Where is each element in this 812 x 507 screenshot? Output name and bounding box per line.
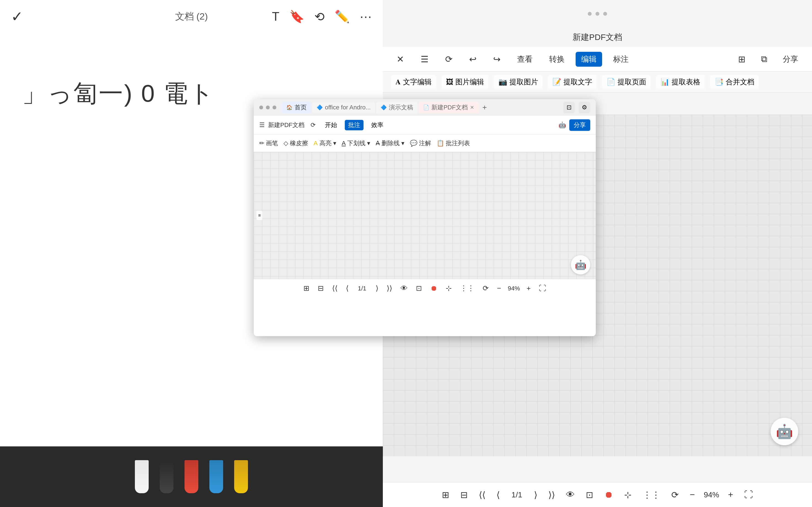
prev-page-button[interactable]: ⟨ [494, 488, 502, 502]
extract-page-icon: 📄 [607, 78, 615, 86]
inner-rotate-button[interactable]: ⟳ [481, 282, 491, 294]
rotate-button[interactable]: ⟳ [669, 488, 681, 502]
reflow-button[interactable]: ⋮⋮ [641, 488, 662, 502]
inner-tab-home[interactable]: 🏠 首页 [282, 102, 311, 113]
merge-doc-button[interactable]: 📑 合并文档 [710, 75, 759, 89]
zoom-out-button[interactable]: − [688, 488, 697, 502]
right-dot-2 [596, 12, 599, 16]
inner-annot-list-button[interactable]: 📋 批注列表 [437, 139, 470, 148]
edit-mode-tab[interactable]: 编辑 [576, 52, 602, 67]
inner-last-page-button[interactable]: ⟩⟩ [385, 282, 394, 294]
fullscreen-button[interactable]: ⛶ [742, 488, 755, 502]
pdf-tab-close[interactable]: ✕ [470, 104, 474, 111]
inner-fullscreen-button[interactable]: ⛶ [537, 282, 548, 294]
text-format-button[interactable]: T [272, 10, 280, 23]
right-dots [588, 12, 607, 16]
extract-text-button[interactable]: 📝 提取文字 [548, 75, 597, 89]
inner-start-tab[interactable]: 开始 [321, 120, 340, 130]
annotate-mode-tab[interactable]: 标注 [608, 51, 634, 67]
image-edit-button[interactable]: 🖼 图片编辑 [442, 75, 489, 89]
zoom-level: 94% [704, 491, 719, 499]
inner-strikethrough-button[interactable]: A̶ 删除线 ▾ [376, 139, 404, 148]
inner-eraser-button[interactable]: ◇ 橡皮擦 [284, 139, 308, 148]
more-button[interactable]: ⋯ [360, 10, 372, 24]
inner-underline-button[interactable]: A 下划线 ▾ [342, 139, 370, 148]
inner-next-page-button[interactable]: ⟩ [374, 282, 380, 294]
inner-efficiency-tab[interactable]: 效率 [368, 120, 387, 130]
two-page-button[interactable]: ⧉ [755, 51, 773, 67]
inner-ai-assistant-button[interactable]: 🤖 [571, 255, 590, 274]
inner-annot-toolbar: ✏ 画笔 ◇ 橡皮擦 A 高亮 ▾ A 下划线 ▾ A̶ 删除线 ▾ 💬 注解 … [254, 134, 596, 152]
inner-share-button[interactable]: 分享 [569, 119, 590, 131]
inner-first-page-button[interactable]: ⟨⟨ [331, 282, 339, 294]
inner-record-button[interactable]: ⏺ [428, 282, 439, 294]
inner-highlight-button[interactable]: A 高亮 ▾ [314, 139, 336, 148]
select-button[interactable]: ⊹ [622, 488, 634, 502]
blue-pen[interactable] [209, 460, 223, 493]
close-button[interactable]: ✕ [391, 51, 410, 67]
highlight-dropdown[interactable]: ▾ [333, 140, 336, 147]
convert-mode-tab[interactable]: 转换 [544, 51, 570, 67]
inner-sync-button[interactable]: ⟳ [311, 121, 315, 129]
lasso-button[interactable]: ⟲ [314, 10, 325, 24]
zoom-in-button[interactable]: + [726, 488, 735, 502]
inner-menu-button[interactable]: ☰ [259, 121, 265, 129]
extract-table-icon: 📊 [661, 78, 669, 86]
undo-button[interactable]: ↩ [464, 51, 482, 67]
inner-dot-2 [266, 106, 270, 109]
eye-button[interactable]: 👁 [564, 488, 577, 502]
image-edit-icon: 🖼 [446, 78, 453, 86]
redo-button[interactable]: ↪ [488, 51, 506, 67]
inner-eye-button[interactable]: 👁 [399, 282, 409, 294]
bookmark-button[interactable]: 🔖 [289, 9, 305, 24]
next-page-button[interactable]: ⟩ [532, 488, 540, 502]
strikethrough-dropdown[interactable]: ▾ [401, 140, 404, 147]
red-pen[interactable] [185, 460, 198, 493]
inner-columns-button[interactable]: ⋮⋮ [458, 282, 476, 294]
first-page-button[interactable]: ⟨⟨ [476, 488, 488, 502]
inner-annotate-tab[interactable]: 批注 [345, 120, 363, 130]
inner-thumbnail-button[interactable]: ⊟ [316, 282, 325, 294]
extract-page-button[interactable]: 📄 提取页面 [602, 75, 651, 89]
black-pen[interactable] [160, 460, 173, 493]
inner-zoom-out-button[interactable]: − [495, 282, 503, 294]
pdf-bottom-bar: ⊞ ⊟ ⟨⟨ ⟨ 1/1 ⟩ ⟩⟩ 👁 ⊡ ⏺ ⊹ ⋮⋮ ⟳ − 94% + ⛶ [383, 482, 812, 507]
inner-draw-button[interactable]: ✏ 画笔 [259, 139, 278, 148]
new-tab-button[interactable]: + [479, 103, 490, 112]
inner-tab-office[interactable]: 🔷 office for Andro... [312, 102, 375, 113]
ai-assistant-button[interactable]: 🤖 [771, 418, 798, 445]
inner-comment-button[interactable]: 💬 注解 [410, 139, 431, 148]
inner-zoom-in-button[interactable]: + [525, 282, 532, 294]
inner-prev-page-button[interactable]: ⟨ [344, 282, 350, 294]
inner-settings-btn-1[interactable]: ⊡ [563, 102, 575, 113]
outline-button[interactable]: ⊞ [440, 488, 452, 502]
text-edit-button[interactable]: 𝐀 文字编辑 [391, 75, 436, 89]
extract-table-button[interactable]: 📊 提取表格 [656, 75, 705, 89]
extract-image-button[interactable]: 📷 提取图片 [494, 75, 543, 89]
inner-ai-icon[interactable]: 🤖 [559, 121, 566, 129]
underline-dropdown[interactable]: ▾ [367, 140, 370, 147]
merge-doc-label: 合并文档 [726, 77, 754, 87]
strikethrough-label: 删除线 [382, 139, 400, 148]
page-layout-button[interactable]: ⊞ [732, 51, 751, 67]
pen-button[interactable]: ✏️ [335, 9, 350, 24]
record-button[interactable]: ⏺ [602, 488, 615, 502]
share-button[interactable]: 分享 [777, 51, 804, 67]
inner-sidebar-toggle[interactable]: ≡ [256, 211, 262, 220]
inner-tab-slides[interactable]: 🔷 演示文稿 [376, 102, 418, 113]
checkmark-button[interactable]: ✓ [11, 8, 23, 25]
inner-crop-button[interactable]: ⊡ [414, 282, 424, 294]
view-mode-tab[interactable]: 查看 [512, 51, 538, 67]
inner-outline-button[interactable]: ⊞ [302, 282, 311, 294]
inner-select-button[interactable]: ⊹ [444, 282, 453, 294]
sync-button[interactable]: ⟳ [440, 51, 458, 67]
last-page-button[interactable]: ⟩⟩ [546, 488, 557, 502]
crop-button[interactable]: ⊡ [583, 488, 596, 502]
inner-tab-pdf[interactable]: 📄 新建PDF文档 ✕ [419, 102, 478, 113]
inner-settings-btn-2[interactable]: ⚙ [579, 102, 590, 113]
thumbnail-button[interactable]: ⊟ [458, 488, 470, 502]
white-pen[interactable] [135, 460, 149, 493]
menu-button[interactable]: ☰ [415, 51, 434, 67]
yellow-pen[interactable] [234, 460, 248, 493]
image-edit-label: 图片编辑 [455, 77, 484, 87]
